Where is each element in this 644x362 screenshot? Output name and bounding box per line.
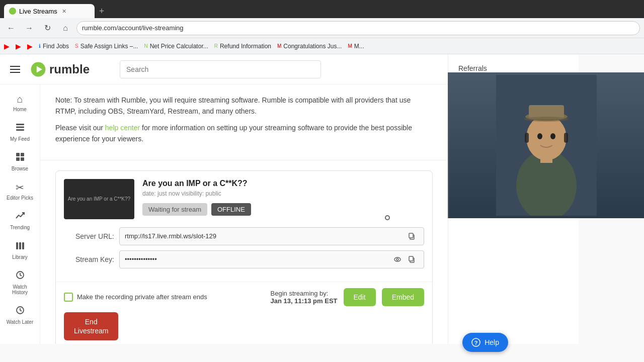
browser-nav: ← → ↻ ⌂ rumble.com/account/live-streamin… bbox=[0, 18, 644, 38]
svg-rect-10 bbox=[16, 242, 18, 249]
hamburger-line bbox=[10, 66, 20, 67]
bookmark-congratulations[interactable]: M Congratulations Jus... bbox=[277, 43, 342, 50]
bookmark-youtube3[interactable]: ▶ bbox=[27, 42, 33, 50]
bookmark-label: Net Price Calculator... bbox=[150, 43, 208, 50]
server-url-row: Server URL: rtmp://ls17.live.rmbl.ws/slo… bbox=[64, 227, 424, 245]
bookmarks-bar: ▶ ▶ ▶ ℹ Find Jobs S Safe Assign Links –.… bbox=[0, 38, 644, 54]
sidebar-label: Watch History bbox=[6, 284, 35, 295]
sidebar-item-later[interactable]: Watch Later bbox=[3, 301, 38, 329]
tab-favicon bbox=[9, 8, 16, 15]
sidebar-label: Trending bbox=[10, 225, 30, 230]
stream-footer: Make the recording private after stream … bbox=[56, 282, 432, 344]
sidebar-item-home[interactable]: ⌂ Home bbox=[3, 89, 38, 116]
home-button[interactable]: ⌂ bbox=[58, 21, 72, 35]
end-livestream-button[interactable]: EndLivestream bbox=[64, 312, 118, 340]
rumble-page: rumble ⌂ Home My Feed bbox=[0, 54, 448, 344]
server-url-label: Server URL: bbox=[64, 232, 114, 240]
hamburger-line bbox=[10, 72, 20, 73]
forward-button[interactable]: → bbox=[22, 21, 36, 35]
sidebar-item-library[interactable]: Library bbox=[3, 236, 38, 264]
help-center-link[interactable]: help center bbox=[105, 124, 140, 132]
rumble-sidebar: ⌂ Home My Feed Browse ✂ Ed bbox=[0, 84, 40, 344]
svg-rect-8 bbox=[16, 157, 20, 161]
active-tab[interactable]: Live Streams ✕ bbox=[4, 4, 95, 18]
editor-icon: ✂ bbox=[16, 182, 24, 194]
webcam-video bbox=[449, 72, 644, 218]
stream-key-value: •••••••••••••• bbox=[125, 255, 390, 263]
browse-icon bbox=[15, 152, 25, 164]
toggle-key-visibility-button[interactable] bbox=[390, 252, 405, 266]
new-tab-button[interactable]: + bbox=[95, 4, 109, 18]
bookmark-safe-assign[interactable]: S Safe Assign Links –... bbox=[75, 43, 138, 50]
begin-streaming-info: Begin streaming by: Jan 13, 11:13 pm EST bbox=[271, 290, 338, 305]
server-url-value: rtmp://ls17.live.rmbl.ws/slot-129 bbox=[125, 232, 405, 240]
bookmark-refund[interactable]: R Refund Information bbox=[214, 43, 271, 50]
copy-stream-key-button[interactable] bbox=[405, 252, 419, 266]
sidebar-item-myfeed[interactable]: My Feed bbox=[3, 118, 38, 146]
sidebar-item-editor[interactable]: ✂ Editor Picks bbox=[3, 177, 38, 205]
help-icon: ? bbox=[471, 338, 480, 344]
waiting-badge: Waiting for stream bbox=[142, 203, 207, 216]
sidebar-label: Home bbox=[13, 107, 27, 112]
reload-button[interactable]: ↻ bbox=[40, 21, 54, 35]
person-silhouette bbox=[496, 75, 597, 216]
feed-icon bbox=[15, 122, 25, 135]
svg-rect-7 bbox=[21, 153, 24, 156]
rumble-logo[interactable]: rumble bbox=[30, 61, 90, 77]
svg-rect-6 bbox=[16, 153, 20, 156]
bookmark-find-jobs[interactable]: ℹ Find Jobs bbox=[39, 43, 69, 50]
bookmark-youtube2[interactable]: ▶ bbox=[16, 42, 21, 50]
stream-meta-1: date: just now visibility: public bbox=[142, 190, 424, 197]
note-text-2: Please visit our help center for more in… bbox=[55, 122, 433, 145]
bookmark-m[interactable]: M M... bbox=[348, 43, 364, 50]
stream-key-input[interactable]: •••••••••••••• bbox=[119, 250, 424, 268]
main-content: Note: To stream with Rumble, you will re… bbox=[40, 84, 448, 344]
stream-key-row: Stream Key: •••••••••••••• bbox=[64, 250, 424, 268]
svg-rect-12 bbox=[22, 242, 24, 249]
svg-rect-11 bbox=[19, 242, 21, 249]
bookmark-net-price[interactable]: N Net Price Calculator... bbox=[144, 43, 208, 50]
stream-info-1: Are you an IMP or a C**K?? date: just no… bbox=[142, 179, 424, 216]
tab-close-button[interactable]: ✕ bbox=[60, 7, 68, 15]
embed-button[interactable]: Embed bbox=[382, 288, 424, 306]
server-url-input[interactable]: rtmp://ls17.live.rmbl.ws/slot-129 bbox=[119, 227, 424, 245]
svg-rect-29 bbox=[564, 133, 568, 143]
svg-rect-20 bbox=[409, 256, 413, 261]
sidebar-item-trending[interactable]: Trending bbox=[3, 207, 38, 234]
note-section: Note: To stream with Rumble, you will re… bbox=[40, 84, 448, 160]
bookmark-youtube1[interactable]: ▶ bbox=[4, 42, 10, 50]
watch-later-icon bbox=[15, 305, 25, 318]
sidebar-item-history[interactable]: Watch History bbox=[3, 266, 38, 299]
svg-rect-4 bbox=[16, 127, 24, 128]
private-recording-checkbox[interactable] bbox=[64, 293, 73, 302]
stream-key-label: Stream Key: bbox=[64, 255, 114, 263]
stream-title-1: Are you an IMP or a C**K?? bbox=[142, 179, 424, 188]
stream-status-row-1: Waiting for stream OFFLINE bbox=[142, 203, 424, 216]
begin-streaming-label: Begin streaming by: bbox=[271, 290, 329, 297]
help-button[interactable]: ? Help bbox=[462, 333, 508, 344]
private-recording-row: Make the recording private after stream … bbox=[64, 293, 207, 302]
stream-fields: Server URL: rtmp://ls17.live.rmbl.ws/slo… bbox=[56, 227, 432, 282]
address-text: rumble.com/account/live-streaming bbox=[82, 24, 184, 32]
hamburger-menu[interactable] bbox=[10, 66, 20, 73]
svg-rect-3 bbox=[16, 124, 24, 125]
stream-thumbnail-1: Are you an IMP or a C**K?? bbox=[64, 179, 134, 219]
back-button[interactable]: ← bbox=[4, 21, 18, 35]
svg-point-24 bbox=[526, 115, 567, 160]
bookmark-label: Safe Assign Links –... bbox=[80, 43, 138, 50]
copy-server-url-button[interactable] bbox=[405, 229, 419, 243]
address-bar[interactable]: rumble.com/account/live-streaming bbox=[76, 21, 640, 35]
browser-tab-bar: Live Streams ✕ + bbox=[0, 0, 644, 18]
bookmark-label: Congratulations Jus... bbox=[283, 43, 342, 50]
edit-button[interactable]: Edit bbox=[344, 288, 376, 306]
note-text-1: Note: To stream with Rumble, you will re… bbox=[55, 95, 433, 117]
sidebar-label: My Feed bbox=[10, 136, 30, 142]
rumble-logo-icon bbox=[30, 61, 46, 77]
help-button-label: Help bbox=[485, 338, 499, 344]
svg-point-31 bbox=[550, 133, 555, 139]
svg-point-17 bbox=[394, 257, 400, 261]
search-input[interactable] bbox=[126, 65, 314, 73]
sidebar-item-browse[interactable]: Browse bbox=[3, 148, 38, 175]
search-bar[interactable] bbox=[120, 60, 321, 78]
svg-point-18 bbox=[396, 258, 398, 260]
